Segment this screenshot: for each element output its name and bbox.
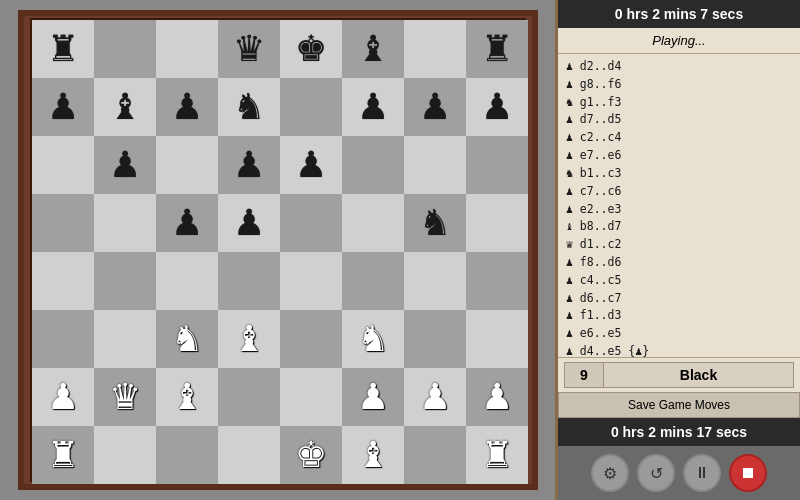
square[interactable] [94, 426, 156, 484]
move-entry: ♟ d4..e5 {♟} [566, 343, 792, 357]
square[interactable] [156, 20, 218, 78]
square[interactable]: ♝ [156, 368, 218, 426]
square[interactable] [94, 194, 156, 252]
square[interactable]: ♜ [32, 20, 94, 78]
move-entry: ♟ e2..e3 [566, 201, 792, 219]
square[interactable] [32, 252, 94, 310]
chess-piece: ♝ [233, 321, 265, 357]
chess-piece: ♟ [109, 147, 141, 183]
move-number: 9 [564, 362, 604, 388]
square[interactable] [156, 252, 218, 310]
square[interactable] [342, 136, 404, 194]
square[interactable] [404, 20, 466, 78]
square[interactable] [218, 426, 280, 484]
square[interactable]: ♞ [156, 310, 218, 368]
chess-piece: ♝ [357, 437, 389, 473]
undo-button[interactable]: ↺ [637, 454, 675, 492]
square[interactable] [404, 136, 466, 194]
square[interactable] [342, 194, 404, 252]
square[interactable]: ♟ [94, 136, 156, 194]
square[interactable] [404, 252, 466, 310]
square[interactable]: ♟ [32, 78, 94, 136]
square[interactable]: ♞ [404, 194, 466, 252]
square[interactable]: ♛ [94, 368, 156, 426]
square[interactable]: ♜ [466, 426, 528, 484]
chess-piece: ♟ [47, 379, 79, 415]
square[interactable] [404, 426, 466, 484]
chess-piece: ♜ [47, 31, 79, 67]
square[interactable] [32, 194, 94, 252]
square[interactable] [218, 368, 280, 426]
moves-list: ♟ d2..d4♟ g8..f6♞ g1..f3♟ d7..d5♟ c2..c4… [558, 54, 800, 357]
square[interactable] [156, 136, 218, 194]
square[interactable] [280, 78, 342, 136]
square[interactable]: ♟ [32, 368, 94, 426]
chess-piece: ♟ [419, 89, 451, 125]
move-entry: ♟ e6..e5 [566, 325, 792, 343]
chess-piece: ♟ [419, 379, 451, 415]
square[interactable]: ♜ [32, 426, 94, 484]
square[interactable] [466, 136, 528, 194]
chess-piece: ♜ [47, 437, 79, 473]
chess-piece: ♛ [233, 31, 265, 67]
square[interactable] [342, 252, 404, 310]
chess-piece: ♟ [171, 89, 203, 125]
square[interactable]: ♝ [342, 426, 404, 484]
bottom-timer: 0 hrs 2 mins 17 secs [558, 418, 800, 446]
move-entry: ♟ c7..c6 [566, 183, 792, 201]
save-game-button[interactable]: Save Game Moves [558, 392, 800, 418]
chess-piece: ♟ [233, 147, 265, 183]
square[interactable]: ♜ [466, 20, 528, 78]
square[interactable]: ♟ [218, 136, 280, 194]
square[interactable]: ♚ [280, 20, 342, 78]
chess-piece: ♛ [109, 379, 141, 415]
square[interactable]: ♟ [156, 78, 218, 136]
chess-piece: ♞ [233, 89, 265, 125]
square[interactable] [280, 310, 342, 368]
square[interactable]: ♟ [342, 78, 404, 136]
chessboard: ♜♛♚♝♜♟♝♟♞♟♟♟♟♟♟♟♟♞♞♝♞♟♛♝♟♟♟♜♚♝♜ [30, 18, 526, 482]
chess-piece: ♚ [295, 31, 327, 67]
square[interactable]: ♟ [404, 368, 466, 426]
square[interactable]: ♝ [218, 310, 280, 368]
move-entry: ♟ c4..c5 [566, 272, 792, 290]
gear-button[interactable]: ⚙ [591, 454, 629, 492]
square[interactable] [218, 252, 280, 310]
move-entry: ♞ b1..c3 [566, 165, 792, 183]
square[interactable] [156, 426, 218, 484]
square[interactable]: ♞ [342, 310, 404, 368]
square[interactable] [32, 136, 94, 194]
square[interactable] [94, 310, 156, 368]
square[interactable] [280, 252, 342, 310]
square[interactable]: ♟ [280, 136, 342, 194]
board-area: ♜♛♚♝♜♟♝♟♞♟♟♟♟♟♟♟♟♞♞♝♞♟♛♝♟♟♟♜♚♝♜ [0, 0, 555, 500]
top-timer: 0 hrs 2 mins 7 secs [558, 0, 800, 28]
square[interactable] [466, 252, 528, 310]
board-container: ♜♛♚♝♜♟♝♟♞♟♟♟♟♟♟♟♟♞♞♝♞♟♛♝♟♟♟♜♚♝♜ [18, 10, 538, 490]
square[interactable]: ♞ [218, 78, 280, 136]
square[interactable]: ♝ [94, 78, 156, 136]
square[interactable]: ♟ [404, 78, 466, 136]
square[interactable]: ♝ [342, 20, 404, 78]
square[interactable]: ♟ [342, 368, 404, 426]
square[interactable] [466, 310, 528, 368]
square[interactable] [466, 194, 528, 252]
square[interactable]: ♟ [156, 194, 218, 252]
chess-piece: ♟ [357, 379, 389, 415]
square[interactable]: ♟ [466, 368, 528, 426]
square[interactable] [280, 194, 342, 252]
square[interactable] [94, 252, 156, 310]
square[interactable]: ♛ [218, 20, 280, 78]
square[interactable] [404, 310, 466, 368]
square[interactable] [94, 20, 156, 78]
square[interactable]: ♚ [280, 426, 342, 484]
stop-button[interactable]: ⏹ [729, 454, 767, 492]
chess-piece: ♟ [481, 379, 513, 415]
square[interactable] [32, 310, 94, 368]
square[interactable]: ♟ [466, 78, 528, 136]
square[interactable]: ♟ [218, 194, 280, 252]
move-entry: ♟ f8..d6 [566, 254, 792, 272]
move-entry: ♟ e7..e6 [566, 147, 792, 165]
pause-button[interactable]: ⏸ [683, 454, 721, 492]
square[interactable] [280, 368, 342, 426]
